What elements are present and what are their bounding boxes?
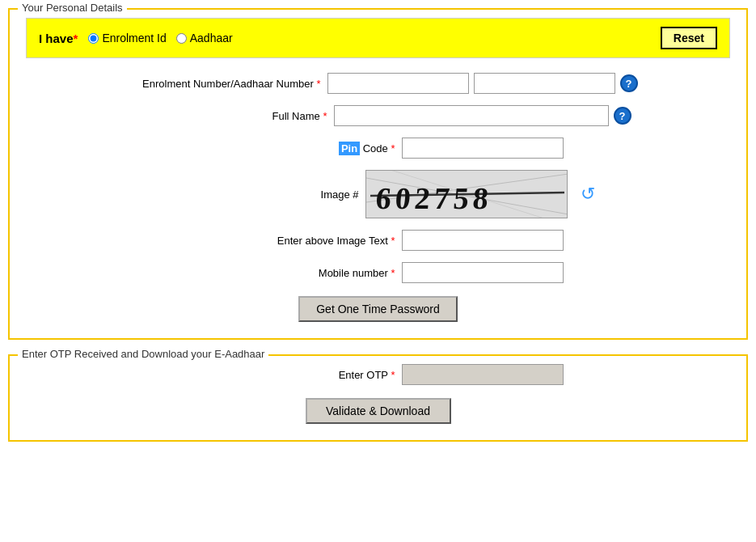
section1-legend: Your Personal Details [18, 2, 127, 14]
aadhaar-radio[interactable] [176, 33, 187, 44]
personal-details-section: Your Personal Details I have* Enrolment … [8, 8, 748, 340]
enrolment-number-input-1[interactable] [327, 73, 469, 94]
captcha-refresh-icon[interactable]: ↺ [576, 182, 600, 206]
captcha-text-input[interactable] [402, 230, 564, 251]
captcha-container: 602758 ↺ [365, 170, 600, 218]
fullname-row: Full Name * ? [26, 105, 730, 126]
id-type-radio-group: Enrolment Id Aadhaar [88, 32, 660, 44]
mobile-row: Mobile number * [26, 262, 730, 283]
fullname-input[interactable] [334, 105, 609, 126]
otp-required-star: * [391, 369, 395, 381]
enrolment-required-star: * [316, 78, 320, 90]
mobile-label: Mobile number * [193, 267, 395, 279]
i-have-required-star: * [74, 32, 78, 45]
pincode-required-star: * [391, 142, 395, 155]
pincode-row: Pin Code * [26, 138, 730, 159]
pincode-input[interactable] [402, 138, 564, 159]
image-text-required-star: * [391, 235, 395, 247]
otp-section: Enter OTP Received and Download your E-A… [8, 354, 748, 442]
svg-text:602758: 602758 [374, 181, 494, 215]
validate-download-button[interactable]: Validate & Download [306, 398, 451, 424]
enrolment-inputs-group [327, 73, 615, 94]
header-row: I have* Enrolment Id Aadhaar Reset [26, 18, 730, 58]
enrolment-label: Enrolment Number/Aadhaar Number * [119, 78, 321, 90]
image-text-row: Enter above Image Text * [26, 230, 730, 251]
otp-button-row: Get One Time Password [26, 296, 730, 322]
captcha-image: 602758 [365, 170, 568, 218]
fullname-label: Full Name * [125, 110, 327, 122]
otp-input[interactable] [402, 364, 564, 385]
enrolment-id-radio-label[interactable]: Enrolment Id [88, 32, 166, 44]
pin-highlight: Pin [339, 142, 360, 155]
enrolment-number-row: Enrolment Number/Aadhaar Number * ? [26, 73, 730, 94]
enrolment-help-icon[interactable]: ? [620, 74, 638, 92]
enrolment-id-radio[interactable] [88, 33, 99, 44]
aadhaar-radio-label[interactable]: Aadhaar [176, 32, 233, 44]
get-otp-button[interactable]: Get One Time Password [298, 296, 458, 322]
enrolment-number-input-2[interactable] [474, 73, 615, 94]
otp-input-row: Enter OTP * [26, 364, 730, 385]
mobile-required-star: * [391, 267, 395, 279]
pincode-label: Pin Code * [193, 142, 395, 155]
section2-legend: Enter OTP Received and Download your E-A… [18, 348, 268, 360]
fullname-required-star: * [323, 110, 327, 122]
captcha-svg: 602758 [366, 170, 567, 218]
image-text-label: Enter above Image Text * [193, 235, 395, 247]
reset-button[interactable]: Reset [661, 27, 717, 49]
i-have-label: I have* [39, 32, 78, 45]
validate-button-row: Validate & Download [26, 398, 730, 424]
fullname-help-icon[interactable]: ? [614, 107, 631, 125]
captcha-row: Image # 602758 ↺ [26, 170, 730, 218]
otp-label: Enter OTP * [193, 369, 395, 381]
mobile-number-input[interactable] [402, 262, 564, 283]
image-label: Image # [157, 188, 359, 201]
